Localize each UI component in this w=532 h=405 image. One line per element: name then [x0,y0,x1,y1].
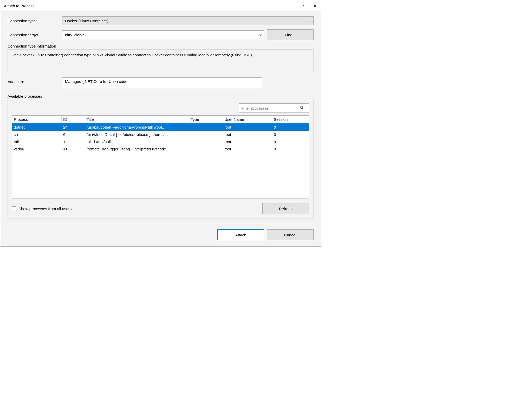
help-button[interactable]: ? [297,0,309,12]
filter-input[interactable] [241,106,299,110]
cell-session: 0 [272,124,309,130]
connection-target-dropdown[interactable]: nifty_clarke [62,30,264,39]
cell-id: 24 [62,124,85,130]
cell-process: vsdbg [12,146,62,152]
find-button[interactable]: Find... [267,29,314,40]
dialog-actions: Attach Cancel [0,225,321,240]
cell-type [189,127,223,128]
col-session[interactable]: Session [272,116,309,123]
chevron-down-icon [259,33,262,36]
attach-to-process-dialog: Attach to Process ? Connection type: Doc… [0,0,321,247]
col-title[interactable]: Title [85,116,189,123]
col-type[interactable]: Type [189,116,223,123]
cell-session: 0 [272,146,309,152]
available-processes-label: Available processes [8,94,314,98]
attach-to-label: Attach to: [8,77,62,84]
show-all-users-checkbox[interactable]: Show processes from all users [12,207,72,211]
chevron-down-icon [309,19,311,22]
cell-id: 11 [62,146,85,152]
cell-session: 0 [272,132,309,137]
cell-title: /usr/bin/dotnet --additionalProbingPath … [85,124,189,130]
table-row[interactable]: vsdbg11/remote_debugger/vsdbg --interpre… [12,145,309,152]
col-process[interactable]: Process [12,116,62,123]
search-icon [300,106,304,111]
col-user[interactable]: User Name [223,116,272,123]
checkbox-box[interactable] [12,207,16,211]
table-row[interactable]: sh6/bin/sh -c ID=.; if [ -e /etc/os-rele… [12,131,309,138]
connection-target-label: Connection target: [8,33,62,37]
refresh-button[interactable]: Refresh [262,203,309,214]
attach-to-value: Managed (.NET Core for Unix) code [62,77,262,88]
connection-type-value: Docker (Linux Container) [65,19,108,23]
connection-type-dropdown[interactable]: Docker (Linux Container) [62,16,314,25]
dialog-title: Attach to Process [4,4,297,8]
connection-type-label: Connection type: [8,19,62,23]
table-row[interactable]: dotnet24/usr/bin/dotnet --additionalProb… [12,123,309,131]
content-area: Connection type: Docker (Linux Container… [0,12,321,225]
table-row[interactable]: tail1tail -f /dev/nullroot0 [12,138,309,145]
cancel-button[interactable]: Cancel [267,229,314,240]
cell-title: /remote_debugger/vsdbg --interpreter=vsc… [85,146,189,152]
cell-title: /bin/sh -c ID=.; if [ -e /etc/os-release… [85,132,189,137]
connection-target-value: nifty_clarke [65,33,85,37]
grid-header[interactable]: Process ID Title Type User Name Session [12,116,309,123]
cell-user: root [223,139,272,144]
cell-type [189,134,223,135]
cell-session: 0 [272,139,309,144]
close-button[interactable] [309,0,321,12]
cell-type [189,148,223,149]
attach-button[interactable]: Attach [217,229,264,240]
close-icon [313,4,316,8]
cell-process: sh [12,132,62,137]
chevron-down-icon[interactable]: ▾ [306,107,307,109]
cell-user: root [223,146,272,152]
cell-title: tail -f /dev/null [85,139,189,144]
connection-info-title: Connection type information [8,44,314,48]
cell-process: tail [12,139,62,144]
filter-box[interactable]: ▾ [239,103,309,113]
svg-point-0 [300,106,303,109]
cell-id: 6 [62,132,85,137]
cell-id: 1 [62,139,85,144]
col-id[interactable]: ID [62,116,85,123]
cell-user: root [223,132,272,137]
cell-process: dotnet [12,124,62,130]
titlebar: Attach to Process ? [0,0,321,12]
process-grid[interactable]: Process ID Title Type User Name Session … [12,115,309,198]
connection-info-body: The Docker (Linux Container) connection … [8,49,314,72]
cell-user: root [223,124,272,130]
show-all-users-label: Show processes from all users [18,207,72,211]
cell-type [189,141,223,142]
processes-panel: ▾ Process ID Title Type User Name Sessio… [8,100,314,218]
